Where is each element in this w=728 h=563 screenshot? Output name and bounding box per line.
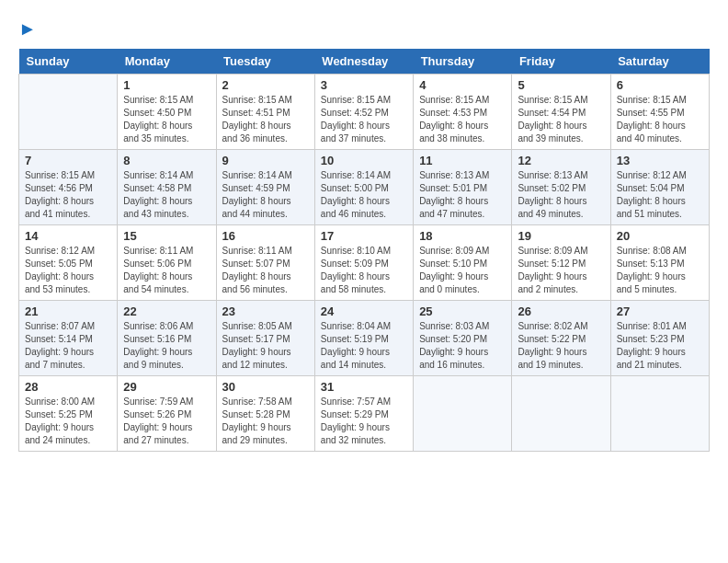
day-number: 19 [518, 229, 604, 243]
cell-info: Sunrise: 7:58 AMSunset: 5:28 PMDaylight:… [222, 396, 309, 447]
cell-info: Sunrise: 7:59 AMSunset: 5:26 PMDaylight:… [123, 396, 210, 447]
cell-info: Sunrise: 8:03 AMSunset: 5:20 PMDaylight:… [419, 320, 506, 372]
day-number: 8 [123, 154, 210, 167]
day-number: 5 [518, 78, 604, 92]
cell-info: Sunrise: 8:15 AMSunset: 4:55 PMDaylight:… [617, 94, 703, 145]
day-number: 18 [419, 229, 506, 243]
cell-info: Sunrise: 8:00 AMSunset: 5:25 PMDaylight:… [25, 396, 111, 447]
table-row [19, 75, 118, 150]
calendar-table: Sunday Monday Tuesday Wednesday Thursday… [18, 49, 710, 452]
day-number: 12 [518, 154, 604, 167]
table-row: 30Sunrise: 7:58 AMSunset: 5:28 PMDayligh… [216, 376, 314, 452]
cell-info: Sunrise: 8:14 AMSunset: 4:59 PMDaylight:… [222, 169, 309, 221]
cell-info: Sunrise: 8:05 AMSunset: 5:17 PMDaylight:… [222, 320, 309, 372]
table-row: 10Sunrise: 8:14 AMSunset: 5:00 PMDayligh… [314, 150, 413, 225]
table-row: 9Sunrise: 8:14 AMSunset: 4:59 PMDaylight… [216, 150, 314, 225]
table-row: 20Sunrise: 8:08 AMSunset: 5:13 PMDayligh… [610, 225, 709, 301]
cell-info: Sunrise: 8:13 AMSunset: 5:01 PMDaylight:… [419, 169, 506, 221]
calendar-week-5: 28Sunrise: 8:00 AMSunset: 5:25 PMDayligh… [19, 376, 710, 452]
table-row: 7Sunrise: 8:15 AMSunset: 4:56 PMDaylight… [19, 150, 118, 225]
table-row: 1Sunrise: 8:15 AMSunset: 4:50 PMDaylight… [118, 75, 216, 150]
cell-info: Sunrise: 8:11 AMSunset: 5:06 PMDaylight:… [123, 245, 210, 296]
table-row: 11Sunrise: 8:13 AMSunset: 5:01 PMDayligh… [414, 150, 512, 225]
day-number: 20 [617, 229, 703, 243]
cell-info: Sunrise: 8:12 AMSunset: 5:05 PMDaylight:… [25, 245, 111, 296]
table-row: 25Sunrise: 8:03 AMSunset: 5:20 PMDayligh… [414, 301, 512, 376]
cell-info: Sunrise: 8:07 AMSunset: 5:14 PMDaylight:… [25, 320, 111, 372]
table-row: 27Sunrise: 8:01 AMSunset: 5:23 PMDayligh… [610, 301, 709, 376]
day-number: 13 [617, 154, 703, 167]
table-row: 22Sunrise: 8:06 AMSunset: 5:16 PMDayligh… [118, 301, 216, 376]
table-row: 18Sunrise: 8:09 AMSunset: 5:10 PMDayligh… [414, 225, 512, 301]
page-header: ► [18, 18, 710, 40]
calendar-week-1: 1Sunrise: 8:15 AMSunset: 4:50 PMDaylight… [19, 75, 710, 150]
day-number: 29 [123, 380, 210, 394]
day-number: 4 [419, 78, 506, 92]
cell-info: Sunrise: 8:12 AMSunset: 5:04 PMDaylight:… [617, 169, 703, 221]
day-number: 22 [123, 304, 210, 318]
table-row: 5Sunrise: 8:15 AMSunset: 4:54 PMDaylight… [512, 75, 610, 150]
table-row: 17Sunrise: 8:10 AMSunset: 5:09 PMDayligh… [314, 225, 413, 301]
cell-info: Sunrise: 8:13 AMSunset: 5:02 PMDaylight:… [518, 169, 604, 221]
cell-info: Sunrise: 8:09 AMSunset: 5:10 PMDaylight:… [419, 245, 506, 296]
day-number: 10 [321, 154, 407, 167]
logo-bird-icon: ► [18, 18, 37, 40]
cell-info: Sunrise: 8:14 AMSunset: 4:58 PMDaylight:… [123, 169, 210, 221]
table-row: 8Sunrise: 8:14 AMSunset: 4:58 PMDaylight… [118, 150, 216, 225]
table-row: 3Sunrise: 8:15 AMSunset: 4:52 PMDaylight… [314, 75, 413, 150]
day-number: 6 [617, 78, 703, 92]
table-row: 26Sunrise: 8:02 AMSunset: 5:22 PMDayligh… [512, 301, 610, 376]
day-number: 11 [419, 154, 506, 167]
cell-info: Sunrise: 8:01 AMSunset: 5:23 PMDaylight:… [617, 320, 703, 372]
table-row: 28Sunrise: 8:00 AMSunset: 5:25 PMDayligh… [19, 376, 118, 452]
table-row: 2Sunrise: 8:15 AMSunset: 4:51 PMDaylight… [216, 75, 314, 150]
cell-info: Sunrise: 8:04 AMSunset: 5:19 PMDaylight:… [321, 320, 407, 372]
table-row: 6Sunrise: 8:15 AMSunset: 4:55 PMDaylight… [610, 75, 709, 150]
day-number: 7 [25, 154, 111, 167]
cell-info: Sunrise: 8:08 AMSunset: 5:13 PMDaylight:… [617, 245, 703, 296]
cell-info: Sunrise: 8:15 AMSunset: 4:54 PMDaylight:… [518, 94, 604, 145]
calendar-week-2: 7Sunrise: 8:15 AMSunset: 4:56 PMDaylight… [19, 150, 710, 225]
table-row [414, 376, 512, 452]
table-row: 24Sunrise: 8:04 AMSunset: 5:19 PMDayligh… [314, 301, 413, 376]
table-row: 29Sunrise: 7:59 AMSunset: 5:26 PMDayligh… [118, 376, 216, 452]
table-row: 31Sunrise: 7:57 AMSunset: 5:29 PMDayligh… [314, 376, 413, 452]
day-number: 14 [25, 229, 111, 243]
day-number: 2 [222, 78, 309, 92]
col-thursday: Thursday [414, 49, 512, 75]
cell-info: Sunrise: 8:15 AMSunset: 4:50 PMDaylight:… [123, 94, 210, 145]
day-number: 28 [25, 380, 111, 394]
cell-info: Sunrise: 8:15 AMSunset: 4:53 PMDaylight:… [419, 94, 506, 145]
cell-info: Sunrise: 8:15 AMSunset: 4:56 PMDaylight:… [25, 169, 111, 221]
day-number: 27 [617, 304, 703, 318]
day-number: 31 [321, 380, 407, 394]
col-saturday: Saturday [610, 49, 709, 75]
col-friday: Friday [512, 49, 610, 75]
table-row: 19Sunrise: 8:09 AMSunset: 5:12 PMDayligh… [512, 225, 610, 301]
cell-info: Sunrise: 8:06 AMSunset: 5:16 PMDaylight:… [123, 320, 210, 372]
cell-info: Sunrise: 8:14 AMSunset: 5:00 PMDaylight:… [321, 169, 407, 221]
table-row [610, 376, 709, 452]
cell-info: Sunrise: 8:02 AMSunset: 5:22 PMDaylight:… [518, 320, 604, 372]
header-row: Sunday Monday Tuesday Wednesday Thursday… [19, 49, 710, 75]
day-number: 23 [222, 304, 309, 318]
table-row: 13Sunrise: 8:12 AMSunset: 5:04 PMDayligh… [610, 150, 709, 225]
day-number: 9 [222, 154, 309, 167]
day-number: 26 [518, 304, 604, 318]
logo: ► [18, 18, 37, 40]
day-number: 1 [123, 78, 210, 92]
cell-info: Sunrise: 8:10 AMSunset: 5:09 PMDaylight:… [321, 245, 407, 296]
cell-info: Sunrise: 7:57 AMSunset: 5:29 PMDaylight:… [321, 396, 407, 447]
day-number: 25 [419, 304, 506, 318]
cell-info: Sunrise: 8:11 AMSunset: 5:07 PMDaylight:… [222, 245, 309, 296]
cell-info: Sunrise: 8:15 AMSunset: 4:52 PMDaylight:… [321, 94, 407, 145]
calendar-week-4: 21Sunrise: 8:07 AMSunset: 5:14 PMDayligh… [19, 301, 710, 376]
day-number: 3 [321, 78, 407, 92]
cell-info: Sunrise: 8:09 AMSunset: 5:12 PMDaylight:… [518, 245, 604, 296]
calendar-week-3: 14Sunrise: 8:12 AMSunset: 5:05 PMDayligh… [19, 225, 710, 301]
col-sunday: Sunday [19, 49, 118, 75]
day-number: 17 [321, 229, 407, 243]
table-row: 16Sunrise: 8:11 AMSunset: 5:07 PMDayligh… [216, 225, 314, 301]
day-number: 16 [222, 229, 309, 243]
day-number: 15 [123, 229, 210, 243]
